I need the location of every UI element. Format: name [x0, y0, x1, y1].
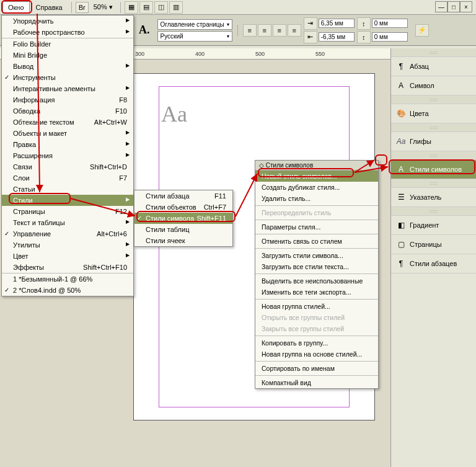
- toc-dropdown[interactable]: Оглавление страницы▾: [157, 19, 232, 30]
- cm-unlink[interactable]: Отменить связь со стилем: [255, 236, 378, 247]
- cm-del[interactable]: Удалить стиль...: [255, 193, 378, 204]
- menu-objects[interactable]: Объекты и макет: [2, 128, 133, 139]
- menu-output[interactable]: Вывод: [2, 61, 133, 72]
- maximize-button[interactable]: □: [447, 1, 460, 12]
- panel-charstyles[interactable]: AСтили символов: [391, 160, 476, 179]
- menu-interactive[interactable]: Интерактивные элементы: [2, 83, 133, 94]
- submenu-cell[interactable]: Стили ячеек: [134, 235, 232, 246]
- menu-arrange[interactable]: Упорядочить: [2, 16, 133, 27]
- align-left[interactable]: ≡: [243, 24, 257, 37]
- panel-colors[interactable]: 🎨Цвета: [391, 104, 476, 123]
- panel-parastyles[interactable]: ¶Стили абзацев: [391, 254, 476, 274]
- cm-dup[interactable]: Создать дубликат стиля...: [255, 182, 378, 193]
- dim4-field[interactable]: [372, 32, 408, 42]
- cm-redef: Переопределить стиль: [255, 207, 378, 218]
- submenu-para[interactable]: Стили абзацаF11: [134, 190, 232, 202]
- charstyle-icon: A: [396, 164, 406, 174]
- align-right[interactable]: ≡: [273, 24, 286, 37]
- space-2[interactable]: ↕: [357, 31, 371, 43]
- indent-2[interactable]: ⇤: [304, 31, 317, 43]
- cm-unused[interactable]: Выделить все неиспользованные: [255, 275, 378, 287]
- dim1-field[interactable]: [319, 19, 355, 28]
- submenu-table[interactable]: Стили таблиц: [134, 224, 232, 235]
- menu-info[interactable]: ИнформацияF8: [2, 94, 133, 105]
- pilcrow-icon: ¶: [396, 61, 406, 71]
- menu-layers[interactable]: СлоиF7: [2, 172, 133, 184]
- view-button-3[interactable]: ◫: [154, 1, 168, 14]
- menu-styles[interactable]: Стили: [2, 195, 133, 206]
- cm-newgroup[interactable]: Новая группа стилей...: [255, 301, 378, 312]
- menu-control[interactable]: УправлениеAlt+Ctrl+6: [2, 228, 133, 239]
- dim3-field[interactable]: [372, 19, 408, 28]
- cm-sort[interactable]: Сортировать по именам: [255, 363, 378, 374]
- menu-doc2[interactable]: 2 *Слов4.indd @ 50%: [2, 285, 133, 296]
- menu-tools[interactable]: Инструменты: [2, 72, 133, 83]
- menu-edit[interactable]: Правка: [2, 139, 133, 150]
- cm-closeall: Закрыть все группы стилей: [255, 323, 378, 334]
- submenu-char[interactable]: Стили символаShift+F11: [134, 213, 232, 224]
- panel-char[interactable]: AСимвол: [391, 76, 476, 96]
- glyph-icon: Aa: [396, 136, 406, 146]
- cm-groupfrom[interactable]: Новая группа на основе стилей...: [255, 349, 378, 360]
- menu-folio[interactable]: Folio Builder: [2, 38, 133, 50]
- gradient-icon: ◧: [396, 220, 406, 230]
- cm-compact[interactable]: Компактный вид: [255, 377, 378, 388]
- view-button-4[interactable]: ▥: [169, 1, 183, 14]
- menu-workspace[interactable]: Рабочее пространство: [2, 27, 133, 38]
- window-controls: — □ ×: [435, 1, 472, 12]
- submenu-obj[interactable]: Стили объектовCtrl+F7: [134, 202, 232, 213]
- panel-dock: :::::: ¶Абзац AСимвол :::::: 🎨Цвета ::::…: [390, 48, 476, 467]
- panel-index[interactable]: ☰Указатель: [391, 188, 476, 207]
- menu-extensions[interactable]: Расширения: [2, 150, 133, 161]
- cm-loadchar[interactable]: Загрузить стили символа...: [255, 250, 378, 261]
- lang-dropdown[interactable]: Русский▾: [157, 31, 232, 42]
- cm-openall: Открыть все группы стилей: [255, 312, 378, 323]
- menu-help[interactable]: Справка: [31, 2, 68, 13]
- window-dropdown: Упорядочить Рабочее пространство Folio B…: [1, 15, 134, 296]
- flyout-button[interactable]: ⚡: [415, 24, 429, 37]
- menubar: Окно Справка Br 50% ▾ ▦ ▤ ◫ ▥ Книга ▾: [0, 0, 476, 15]
- cm-params[interactable]: Параметры стиля...: [255, 221, 378, 233]
- cm-tags[interactable]: Изменить все теги экспорта...: [255, 287, 378, 298]
- charstyles-menu: ◇ Стили символов Новый стиль символов...…: [255, 160, 379, 389]
- view-button-2[interactable]: ▤: [139, 1, 153, 14]
- menu-text[interactable]: Текст и таблицы: [2, 217, 133, 228]
- parastyle-icon: ¶: [396, 259, 406, 269]
- panel-grip[interactable]: ::::::: [391, 48, 476, 57]
- menu-utilities[interactable]: Утилиты: [2, 239, 133, 251]
- char-format-icon: A.: [139, 24, 150, 37]
- menu-pages[interactable]: СтраницыF12: [2, 206, 133, 217]
- menu-articles[interactable]: Статьи: [2, 184, 133, 195]
- index-icon: ☰: [396, 192, 406, 202]
- menu-color[interactable]: Цвет: [2, 251, 133, 262]
- cm-new[interactable]: Новый стиль символов...: [255, 171, 378, 182]
- cm-copygroup[interactable]: Копировать в группу...: [255, 337, 378, 349]
- cm-loadall[interactable]: Загрузить все стили текста...: [255, 261, 378, 272]
- zoom-value[interactable]: 50% ▾: [90, 2, 117, 12]
- panel-para[interactable]: ¶Абзац: [391, 57, 476, 76]
- cm-title: ◇ Стили символов: [255, 161, 378, 171]
- view-button-1[interactable]: ▦: [125, 1, 138, 14]
- panel-glyphs[interactable]: AaГлифы: [391, 132, 476, 151]
- align-center[interactable]: ≡: [258, 24, 271, 37]
- dim2-field[interactable]: [319, 32, 355, 42]
- panel-pages[interactable]: ▢Страницы: [391, 235, 476, 254]
- styles-submenu: Стили абзацаF11 Стили объектовCtrl+F7 Ст…: [134, 190, 233, 247]
- pages-icon: ▢: [396, 239, 406, 249]
- menu-doc1[interactable]: 1 *Безымянный-1 @ 66%: [2, 274, 133, 285]
- panel-gradient[interactable]: ◧Градиент: [391, 216, 476, 235]
- indent-1[interactable]: ⇥: [304, 17, 317, 30]
- menu-window[interactable]: Окно: [2, 1, 30, 14]
- menu-wrap[interactable]: Обтекание текстомAlt+Ctrl+W: [2, 117, 133, 128]
- menu-mini[interactable]: Mini Bridge: [2, 50, 133, 61]
- menu-stroke[interactable]: ОбводкаF10: [2, 105, 133, 117]
- minimize-button[interactable]: —: [435, 1, 447, 12]
- char-icon: A: [396, 81, 406, 91]
- menu-effects[interactable]: ЭффектыShift+Ctrl+F10: [2, 262, 133, 274]
- close-button[interactable]: ×: [460, 1, 472, 12]
- space-1[interactable]: ↕: [357, 17, 371, 30]
- text-placeholder-icon: Aa: [161, 101, 187, 127]
- menu-links[interactable]: СвязиShift+Ctrl+D: [2, 161, 133, 172]
- bridge-button[interactable]: Br: [76, 2, 89, 13]
- align-justify[interactable]: ≡: [288, 24, 301, 37]
